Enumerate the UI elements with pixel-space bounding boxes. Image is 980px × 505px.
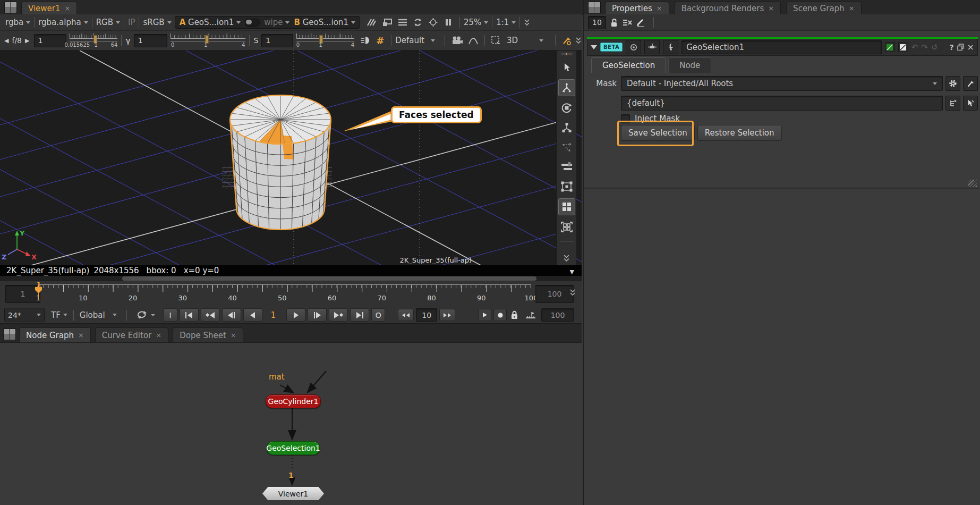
- redo-icon[interactable]: ↷: [921, 43, 928, 52]
- timeline-ruler[interactable]: 1102030405060708090100 1: [38, 283, 531, 305]
- undo-icon[interactable]: ↶: [911, 43, 918, 52]
- proxy-mode-icon[interactable]: [367, 18, 376, 27]
- flipbook-icon[interactable]: [478, 309, 491, 321]
- revert-icon[interactable]: ↺: [931, 43, 938, 52]
- tab-dope-sheet[interactable]: Dope Sheet ×: [173, 327, 243, 342]
- tab-node-graph[interactable]: Node Graph ×: [19, 327, 91, 342]
- jump-back-button[interactable]: [398, 309, 414, 321]
- mask-picker-icon[interactable]: [963, 76, 978, 91]
- timeline-playhead[interactable]: 1: [35, 282, 42, 299]
- playback-range-end-input[interactable]: 100: [541, 308, 574, 322]
- view-mode-dropdown[interactable]: 3D: [507, 36, 551, 45]
- fps-dropdown[interactable]: 24*: [4, 308, 45, 322]
- saturation-input[interactable]: 1: [261, 34, 293, 47]
- display-mode-dropdown[interactable]: RGB: [96, 18, 120, 27]
- channel-indicator-white[interactable]: [898, 42, 908, 52]
- node-name-input[interactable]: GeoSelection1: [681, 40, 881, 54]
- timeline-chevron-icon[interactable]: [569, 289, 576, 296]
- viewport-chevron-icon[interactable]: [563, 254, 570, 262]
- prev-fstop-icon[interactable]: ◀: [4, 37, 8, 44]
- pane-layout-icon[interactable]: [3, 329, 16, 340]
- select-tool-icon[interactable]: [559, 60, 575, 75]
- out-point-button[interactable]: O: [371, 308, 385, 322]
- multiview-grid-icon[interactable]: [558, 198, 575, 215]
- center-in-dag-icon[interactable]: [626, 40, 641, 54]
- bbox-handles-icon[interactable]: [559, 179, 575, 195]
- max-panels-input[interactable]: 10: [588, 16, 606, 29]
- tab-node[interactable]: Node: [668, 57, 711, 73]
- node-geocylinder1[interactable]: GeoCylinder1: [266, 394, 321, 408]
- tab-geoselection[interactable]: GeoSelection: [591, 57, 666, 73]
- headlamp-icon[interactable]: [361, 36, 371, 45]
- goto-start-button[interactable]: [180, 308, 199, 322]
- lut-curve-icon[interactable]: [468, 37, 478, 45]
- step-forward-button[interactable]: [308, 308, 327, 322]
- grid-toggle-icon[interactable]: #: [376, 35, 384, 46]
- more-options-chevron-icon[interactable]: [524, 19, 530, 26]
- cylinder-geometry[interactable]: [230, 95, 331, 230]
- frame-buffer-icon[interactable]: [398, 19, 407, 26]
- close-icon[interactable]: ×: [657, 5, 662, 12]
- align-tool-icon[interactable]: [559, 159, 575, 175]
- help-button[interactable]: ?: [949, 43, 953, 52]
- close-all-panels-icon[interactable]: [623, 19, 632, 27]
- translate-tool-icon[interactable]: [558, 79, 575, 96]
- mask-settings-gear-icon[interactable]: [945, 76, 960, 91]
- zoom-level-dropdown[interactable]: 25%: [464, 18, 488, 27]
- record-icon[interactable]: [493, 309, 507, 321]
- jump-forward-button[interactable]: [439, 309, 455, 321]
- a-input-dropdown[interactable]: A GeoS...ion1: [180, 18, 241, 27]
- playback-mode-dropdown[interactable]: TF: [51, 310, 67, 320]
- pane-layout-icon[interactable]: [588, 2, 601, 13]
- close-icon[interactable]: ×: [849, 5, 855, 12]
- layer-dropdown[interactable]: rgba: [5, 18, 30, 27]
- node-graph[interactable]: mat GeoCylinder1 GeoSelection1 1 Viewer1: [0, 343, 582, 505]
- lock-range-icon[interactable]: [510, 310, 518, 319]
- status-dropdown-icon[interactable]: ▼: [570, 268, 574, 275]
- node-geoselection1[interactable]: GeoSelection1: [267, 441, 320, 455]
- scene-tree-icon[interactable]: [945, 96, 960, 111]
- lock-panels-icon[interactable]: [610, 18, 618, 27]
- close-icon[interactable]: ×: [156, 332, 161, 339]
- next-fstop-icon[interactable]: ▶: [25, 37, 29, 44]
- viewer-hscrollbar[interactable]: [0, 276, 582, 281]
- tab-properties[interactable]: Properties ×: [605, 2, 669, 14]
- viewer-process-dropdown[interactable]: Default: [395, 36, 441, 45]
- play-forward-button[interactable]: [286, 308, 305, 322]
- gain-slider[interactable]: 0.015625 1 64: [70, 32, 118, 48]
- pixel-aspect-dropdown[interactable]: 1:1: [496, 18, 516, 27]
- more-options-chevron-icon[interactable]: [575, 37, 582, 44]
- profile-ramp-icon[interactable]: [525, 312, 536, 319]
- close-panel-icon[interactable]: ×: [967, 42, 974, 52]
- close-icon[interactable]: ×: [768, 5, 774, 12]
- tab-curve-editor[interactable]: Curve Editor ×: [95, 327, 168, 342]
- edit-node-name-icon[interactable]: [636, 18, 645, 27]
- viewer-lut-dropdown[interactable]: sRGB: [143, 18, 171, 27]
- clip-warning-icon[interactable]: [382, 19, 392, 27]
- prev-keyframe-button[interactable]: [201, 308, 220, 322]
- goto-end-button[interactable]: [350, 308, 369, 322]
- close-icon[interactable]: ×: [78, 332, 84, 339]
- panel-resize-grip[interactable]: [968, 180, 977, 187]
- hscrollbar-thumb[interactable]: [122, 276, 536, 281]
- node-viewer1[interactable]: Viewer1: [262, 487, 324, 500]
- mat-input-label[interactable]: mat: [269, 372, 285, 382]
- next-keyframe-button[interactable]: [329, 308, 348, 322]
- close-icon[interactable]: ×: [65, 5, 71, 12]
- wipe-toggle[interactable]: [245, 19, 260, 27]
- play-backward-button[interactable]: [243, 308, 262, 322]
- color-sample-icon[interactable]: [561, 36, 572, 45]
- loop-mode-icon[interactable]: [137, 310, 155, 319]
- close-icon[interactable]: ×: [231, 332, 236, 339]
- marquee-select-icon[interactable]: [491, 36, 501, 45]
- wipe-mode-dropdown[interactable]: wipe: [264, 18, 289, 27]
- tab-background-renders[interactable]: Background Renders ×: [675, 2, 781, 14]
- collapse-triangle-icon[interactable]: [591, 45, 597, 49]
- range-end-input[interactable]: 100: [535, 285, 574, 303]
- mask-dropdown[interactable]: Default - Injected/All Roots: [621, 76, 943, 91]
- restore-selection-button[interactable]: Restore Selection: [697, 125, 782, 141]
- gamma-slider[interactable]: 0 1 4: [171, 32, 246, 48]
- layout-grid-icon[interactable]: [559, 219, 575, 235]
- saturation-slider[interactable]: 0 1 4: [296, 32, 354, 48]
- mask-expression-input[interactable]: {default}: [621, 96, 943, 111]
